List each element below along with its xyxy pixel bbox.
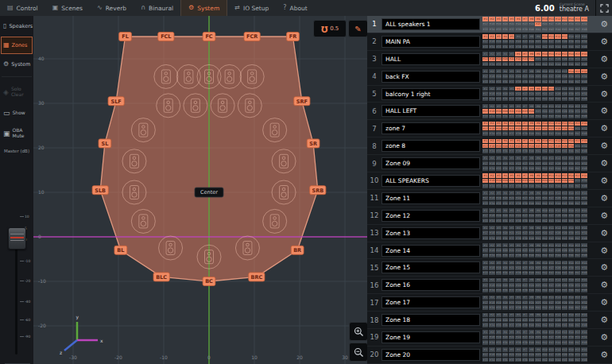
zone-speaker-cell[interactable]: #45	[562, 45, 567, 48]
zone-speaker-cell[interactable]: #39	[522, 271, 528, 275]
zone-speaker-cell[interactable]: #37	[509, 323, 514, 327]
zone-speaker-cell[interactable]: #35	[496, 219, 502, 223]
zone-speaker-cell[interactable]: #34	[489, 305, 494, 309]
zone-speaker-cell[interactable]: #37	[509, 219, 514, 223]
zone-speaker-cell[interactable]: #26	[542, 91, 548, 95]
zone-speaker-cell[interactable]: #23	[522, 161, 528, 165]
zone-speaker-cell[interactable]: #2	[489, 52, 494, 56]
zone-name-input[interactable]	[382, 36, 480, 48]
zone-speaker-cell[interactable]: #1	[482, 34, 488, 38]
zone-speaker-cell[interactable]: #34	[489, 45, 494, 48]
zone-speaker-cell[interactable]: #13	[562, 156, 567, 160]
zone-speaker-cell[interactable]: #11	[548, 347, 554, 351]
zone-speaker-cell[interactable]: #4	[502, 278, 508, 282]
zone-speaker-cell[interactable]: #18	[489, 57, 494, 61]
zone-speaker-cell[interactable]: #13	[562, 104, 567, 108]
zone-speaker-cell[interactable]: #35	[496, 79, 502, 83]
zone-speaker-cell[interactable]: #28	[555, 196, 560, 200]
zone-speaker-cell[interactable]: #32	[581, 283, 587, 287]
zone-speaker-cell[interactable]: #24	[529, 144, 534, 148]
zone-speaker-cell[interactable]: #45	[562, 62, 567, 66]
sidebar-item-zones[interactable]: ▦Zones	[1, 37, 33, 54]
zone-speaker-cell[interactable]: #22	[515, 91, 521, 95]
zone-speaker-cell[interactable]: #2	[489, 313, 494, 317]
zone-speaker-cell[interactable]: #4	[502, 313, 508, 317]
zone-speaker-cell[interactable]: #35	[496, 114, 502, 118]
zone-speaker-cell[interactable]: #11	[548, 191, 554, 195]
zone-speaker-cell[interactable]: #13	[562, 69, 567, 73]
zone-speaker-cell[interactable]: #37	[509, 305, 514, 309]
zone-speaker-cell[interactable]: #25	[535, 22, 540, 26]
zone-speaker-cell[interactable]: #20	[502, 318, 508, 322]
zone-speaker-cell[interactable]: #46	[568, 236, 574, 240]
zone-speaker-cell[interactable]: #14	[568, 156, 574, 160]
zone-speaker-cell[interactable]: #4	[502, 139, 508, 143]
zone-speaker-cell[interactable]: #28	[555, 109, 560, 113]
zone-speaker-cell[interactable]: #32	[581, 196, 587, 200]
zone-speaker-cell[interactable]: #34	[489, 201, 494, 205]
zone-speaker-cell[interactable]: #16	[581, 156, 587, 160]
zone-speaker-cell[interactable]: #6	[515, 34, 521, 38]
zone-speaker-cell[interactable]: #34	[489, 114, 494, 118]
zone-speaker-cell[interactable]: #7	[522, 296, 528, 300]
zone-speaker-cell[interactable]: #42	[542, 340, 548, 344]
zone-speaker-cell[interactable]: #25	[535, 57, 540, 61]
zone-speaker-cell[interactable]: #26	[542, 109, 548, 113]
zone-speaker-cell[interactable]: #22	[515, 126, 521, 130]
scene-selector[interactable]: Current Scene theatre A	[560, 2, 589, 14]
zone-speaker-cell[interactable]: #1	[482, 17, 488, 21]
zone-speaker-cell[interactable]: #23	[522, 91, 528, 95]
zone-speaker-cell[interactable]: #36	[502, 305, 508, 309]
zone-speaker-cell[interactable]: #8	[529, 330, 534, 334]
zone-name-input[interactable]	[382, 53, 480, 65]
zone-speaker-cell[interactable]: #9	[535, 243, 540, 247]
zone-speaker-cell[interactable]: #46	[568, 62, 574, 66]
zone-speaker-cell[interactable]: #42	[542, 219, 548, 223]
zone-speaker-cell[interactable]: #5	[509, 278, 514, 282]
zone-speaker-cell[interactable]: #47	[575, 219, 580, 223]
zone-speaker-cell[interactable]: #25	[535, 161, 540, 165]
zone-speaker-cell[interactable]: #3	[496, 347, 502, 351]
zone-speaker-cell[interactable]: #47	[575, 236, 580, 240]
zone-speaker-cell[interactable]: #43	[548, 114, 554, 118]
zone-speaker-cell[interactable]: #21	[509, 265, 514, 269]
zone-speaker-cell[interactable]: #5	[509, 208, 514, 212]
zone-speaker-cell[interactable]: #21	[509, 214, 514, 218]
zone-speaker-cell[interactable]: #38	[515, 254, 521, 258]
zone-speaker-cell[interactable]: #32	[581, 353, 587, 357]
zone-speaker-cell[interactable]: #42	[542, 254, 548, 258]
zone-speaker-cell[interactable]: #35	[496, 305, 502, 309]
zone-speaker-cell[interactable]: #12	[555, 261, 560, 265]
zone-speaker-cell[interactable]: #26	[542, 248, 548, 252]
zone-settings-gear-icon[interactable]: ⚙	[600, 20, 608, 29]
zone-speaker-cell[interactable]: #36	[502, 45, 508, 48]
zone-speaker-cell[interactable]: #20	[502, 335, 508, 339]
zone-speaker-cell[interactable]: #38	[515, 166, 521, 170]
zone-speaker-cell[interactable]: #9	[535, 261, 540, 265]
zone-speaker-cell[interactable]: #22	[515, 40, 521, 44]
zone-speaker-cell[interactable]: #35	[496, 62, 502, 66]
zone-speaker-cell[interactable]: #38	[515, 305, 521, 309]
zone-speaker-cell[interactable]: #21	[509, 40, 514, 44]
zone-speaker-cell[interactable]: #12	[555, 173, 560, 177]
zone-speaker-cell[interactable]: #29	[562, 91, 567, 95]
zone-speaker-cell[interactable]: #48	[581, 97, 587, 101]
zone-speaker-cell[interactable]: #18	[489, 318, 494, 322]
zone-speaker-cell[interactable]: #20	[502, 126, 508, 130]
zone-speaker-cell[interactable]: #28	[555, 22, 560, 26]
zone-speaker-cell[interactable]: #34	[489, 358, 494, 362]
zone-speaker-cell[interactable]: #21	[509, 74, 514, 78]
zone-speaker-cell[interactable]: #12	[555, 191, 560, 195]
zone-speaker-cell[interactable]: #26	[542, 179, 548, 183]
zone-speaker-cell[interactable]: #18	[489, 161, 494, 165]
zone-speaker-cell[interactable]: #46	[568, 254, 574, 258]
zone-speaker-cell[interactable]: #27	[548, 126, 554, 130]
zone-speaker-cell[interactable]: #41	[535, 184, 540, 188]
zone-speaker-cell[interactable]: #17	[482, 335, 488, 339]
zone-speaker-cell[interactable]: #15	[575, 208, 580, 212]
zone-speaker-cell[interactable]: #28	[555, 283, 560, 287]
zone-speaker-cell[interactable]: #12	[555, 313, 560, 317]
zone-speaker-cell[interactable]: #22	[515, 74, 521, 78]
zone-speaker-cell[interactable]: #33	[482, 166, 488, 170]
zone-speaker-cell[interactable]: #14	[568, 17, 574, 21]
